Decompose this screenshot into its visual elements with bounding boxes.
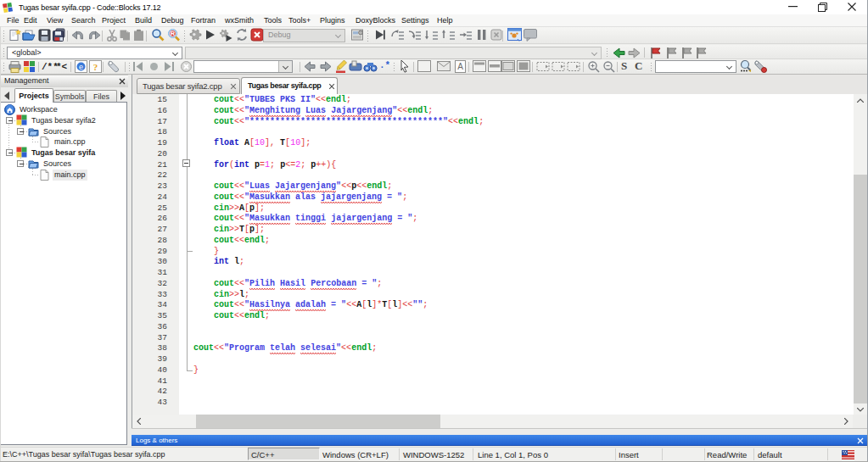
svg-text:R: R [171,30,176,37]
svg-text:?: ? [93,62,98,72]
svg-text:e: e [79,63,83,71]
svg-text:A: A [457,62,463,71]
